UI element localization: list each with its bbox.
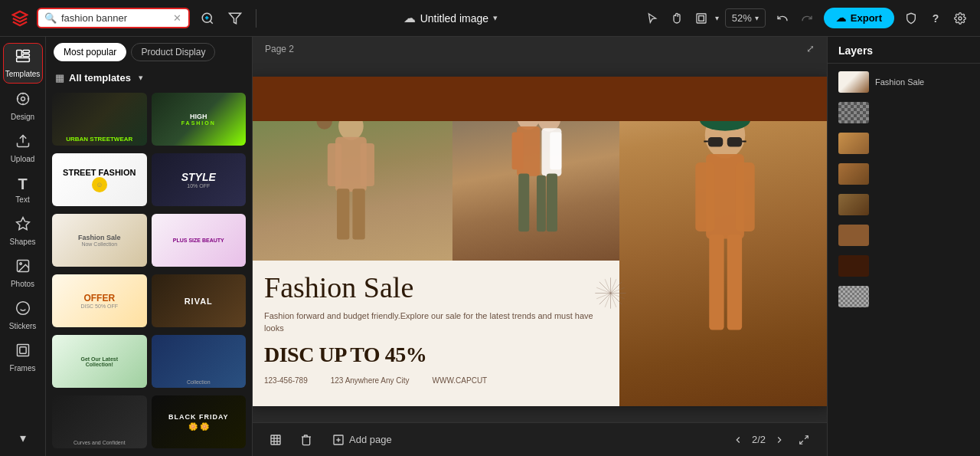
template-card[interactable]: RIVAL: [152, 274, 247, 327]
layer-item[interactable]: [834, 252, 974, 280]
filter-product-display[interactable]: Product Display: [131, 43, 215, 61]
doc-title-chevron[interactable]: ▾: [493, 13, 498, 23]
page-indicator: 2/2: [752, 434, 766, 445]
filter-most-popular[interactable]: Most popular: [54, 43, 126, 61]
sidebar-item-upload[interactable]: Upload: [3, 129, 43, 168]
layer-item[interactable]: [834, 130, 974, 157]
expand-icon[interactable]: ⤢: [806, 43, 815, 54]
filter-button[interactable]: [224, 7, 247, 30]
search-icon: 🔍: [44, 12, 57, 24]
svg-line-66: [805, 435, 808, 438]
template-card[interactable]: URBAN STREETWEAR: [52, 93, 147, 146]
template-card[interactable]: Collection: [152, 335, 247, 388]
clear-search-button[interactable]: ✕: [173, 12, 181, 24]
page-label: Page 2: [265, 44, 294, 54]
design-icon: [15, 91, 31, 110]
svg-point-15: [16, 302, 29, 315]
sidebar-item-templates[interactable]: Templates: [3, 43, 43, 84]
template-card[interactable]: PLUS SIZE BEAUTY: [152, 214, 247, 267]
zoom-chevron: ▾: [755, 14, 759, 22]
canvas-scroll[interactable]: Fashion Sale Fashion forward and budget …: [253, 61, 827, 422]
layer-thumbnail: [838, 194, 869, 215]
settings-icon[interactable]: [949, 8, 971, 29]
svg-point-4: [959, 17, 962, 20]
layer-item[interactable]: Fashion Sale: [834, 68, 974, 96]
hand-tool-button[interactable]: [666, 8, 688, 29]
grid-view-button[interactable]: [265, 429, 286, 451]
page-navigation: 2/2: [729, 429, 815, 451]
sidebar-item-shapes[interactable]: Shapes: [3, 212, 43, 251]
sidebar-item-text[interactable]: T Text: [3, 171, 43, 208]
prev-page-button[interactable]: [729, 431, 747, 449]
svg-rect-19: [19, 347, 25, 353]
layer-thumbnail: [838, 255, 869, 277]
template-card[interactable]: Curves and Confident: [52, 395, 147, 448]
svg-rect-8: [16, 58, 29, 62]
sidebar-item-design[interactable]: Design: [3, 87, 43, 126]
canvas-wrapper: Fashion Sale Fashion forward and budget …: [253, 77, 827, 406]
zoom-control[interactable]: 52% ▾: [725, 8, 766, 28]
sidebar-item-photos[interactable]: Photos: [3, 254, 43, 293]
template-card[interactable]: Get Our LatestCollection!: [52, 335, 147, 388]
templates-grid: URBAN STREETWEAR HIGH FASHION Street fas…: [46, 88, 252, 456]
visual-search-button[interactable]: [196, 7, 219, 30]
top-right-icons: ?: [900, 8, 971, 29]
next-page-button[interactable]: [770, 431, 789, 449]
undo-button[interactable]: [772, 8, 793, 29]
shapes-label: Shapes: [10, 238, 36, 246]
export-button[interactable]: ☁ Export: [824, 8, 894, 28]
template-card[interactable]: Style 10% OFF: [152, 153, 247, 206]
delete-page-button[interactable]: [296, 429, 317, 451]
frames-label: Frames: [10, 364, 36, 372]
svg-rect-5: [16, 51, 21, 57]
help-icon[interactable]: ?: [925, 8, 946, 29]
redo-button[interactable]: [796, 8, 818, 29]
add-page-button[interactable]: Add page: [326, 431, 398, 449]
templates-icon: [15, 48, 31, 67]
template-card[interactable]: Street fashion ☺: [52, 153, 147, 206]
search-box[interactable]: 🔍 ✕: [37, 8, 190, 28]
photos-label: Photos: [11, 280, 34, 288]
layer-item[interactable]: [834, 191, 974, 218]
toolbar-icons: [196, 7, 247, 30]
layer-item[interactable]: [834, 283, 974, 310]
layer-thumbnail: [838, 286, 869, 307]
top-right-toolbar: ▾ 52% ▾ ☁ Export: [642, 8, 971, 29]
shield-icon[interactable]: [900, 8, 922, 29]
svg-point-9: [21, 97, 24, 101]
templates-label: Templates: [5, 70, 41, 78]
sidebar-item-frames[interactable]: Frames: [3, 338, 43, 377]
svg-marker-12: [16, 218, 29, 230]
svg-point-10: [17, 93, 28, 105]
layer-thumbnail: [838, 163, 869, 185]
add-page-label: Add page: [349, 434, 392, 445]
frame-tool-button[interactable]: [691, 8, 712, 29]
main-layout: Templates Design Upload T T: [0, 37, 980, 456]
search-input[interactable]: [61, 12, 168, 24]
sidebar-item-stickers[interactable]: Stickers: [3, 296, 43, 335]
canvas-design[interactable]: Fashion Sale Fashion forward and budget …: [253, 77, 827, 406]
template-card-black-friday[interactable]: BLACK FRIDAY 🌼 🌼: [152, 395, 247, 448]
svg-rect-31: [512, 133, 524, 170]
svg-marker-1: [230, 13, 241, 24]
more-button[interactable]: ▾: [3, 426, 43, 450]
canvas-area: Page 2 ⤢: [253, 37, 827, 456]
layer-item[interactable]: [834, 221, 974, 249]
app-logo[interactable]: [9, 8, 31, 29]
template-card-fashion-sale[interactable]: Fashion Sale Now Collection: [52, 214, 147, 267]
template-card[interactable]: HIGH FASHION: [152, 93, 247, 146]
template-header-icon: ▦: [55, 72, 64, 84]
layer-item[interactable]: [834, 99, 974, 126]
layer-thumbnail: [838, 225, 869, 246]
svg-rect-41: [709, 235, 724, 330]
frame-chevron[interactable]: ▾: [715, 14, 719, 22]
layer-item[interactable]: [834, 160, 974, 188]
select-tool-button[interactable]: [642, 8, 663, 29]
expand-button[interactable]: [793, 429, 815, 451]
template-card[interactable]: OFFER DISC 50% OFF: [52, 274, 147, 327]
template-header-chevron[interactable]: ▾: [139, 73, 143, 83]
svg-rect-35: [547, 174, 557, 232]
design-website: WWW.CAPCUT: [433, 376, 488, 385]
canvas-right-wrapper: Page 2 ⤢: [253, 37, 827, 456]
svg-rect-39: [695, 162, 714, 231]
